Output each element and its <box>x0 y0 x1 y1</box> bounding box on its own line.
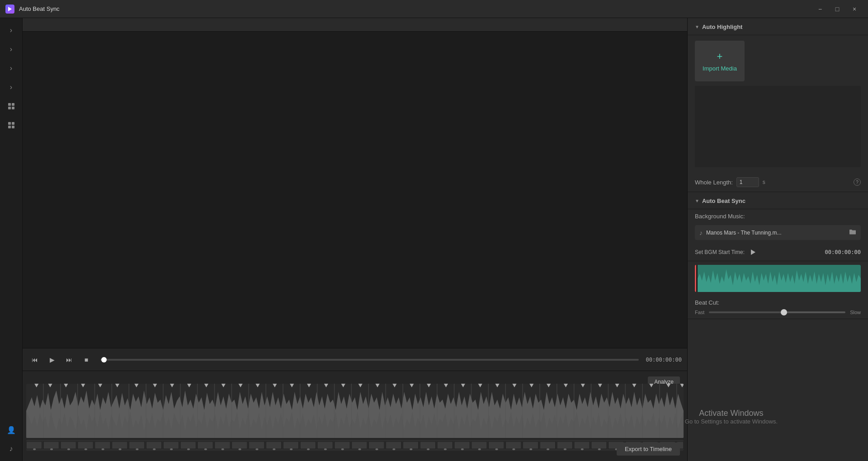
play-button[interactable]: ▶ <box>45 353 59 367</box>
svg-rect-108 <box>403 442 419 449</box>
background-music-label: Background Music: <box>695 213 745 220</box>
svg-point-136 <box>222 448 224 450</box>
sidebar-person-btn[interactable]: 👤 <box>3 421 20 438</box>
title-bar: Auto Beat Sync − □ × <box>0 0 868 18</box>
close-button[interactable]: × <box>846 3 863 15</box>
svg-point-156 <box>564 448 566 450</box>
folder-browse-button[interactable] <box>849 229 856 236</box>
svg-rect-3 <box>8 107 11 109</box>
sidebar-grid-btn-2[interactable] <box>3 117 20 134</box>
import-media-label: Import Media <box>703 65 737 72</box>
bgm-play-button[interactable] <box>748 247 758 257</box>
svg-marker-35 <box>478 384 482 387</box>
whole-length-unit: s <box>763 179 765 185</box>
svg-rect-101 <box>283 442 299 449</box>
rewind-icon: ⏮ <box>32 356 38 363</box>
maximize-button[interactable]: □ <box>829 3 845 15</box>
music-note-icon: ♪ <box>9 445 13 453</box>
sidebar-btn-3[interactable]: › <box>3 60 20 77</box>
beat-cut-slider[interactable] <box>709 311 845 313</box>
svg-rect-87 <box>43 442 59 449</box>
stop-icon: ■ <box>85 356 88 363</box>
svg-marker-29 <box>375 384 379 387</box>
svg-rect-117 <box>557 442 573 449</box>
svg-rect-103 <box>317 442 333 449</box>
grid-icon-1 <box>8 103 15 110</box>
svg-point-135 <box>204 448 207 450</box>
mini-waveform <box>695 265 861 292</box>
svg-rect-116 <box>540 442 556 449</box>
svg-rect-91 <box>112 442 127 449</box>
svg-point-139 <box>273 448 275 450</box>
svg-marker-17 <box>170 384 174 387</box>
svg-rect-88 <box>61 442 76 449</box>
svg-marker-21 <box>239 384 243 387</box>
rewind-button[interactable]: ⏮ <box>28 353 42 367</box>
transport-bar: ⏮ ▶ ⏭ ■ 00:00:00:00 <box>23 348 687 371</box>
content-area: ⏮ ▶ ⏭ ■ 00:00:00:00 Analyze <box>23 18 687 461</box>
svg-point-155 <box>547 448 549 450</box>
chevron-right-icon-2: › <box>10 45 12 53</box>
svg-point-134 <box>187 448 190 450</box>
info-icon[interactable]: ? <box>854 179 861 186</box>
stop-button[interactable]: ■ <box>80 353 93 367</box>
collapse-icon-abs[interactable]: ▼ <box>695 198 699 203</box>
svg-marker-33 <box>444 384 448 387</box>
folder-icon <box>849 229 856 235</box>
collapse-icon-highlight[interactable]: ▼ <box>695 24 699 29</box>
svg-marker-43 <box>615 384 619 387</box>
sidebar-btn-1[interactable]: › <box>3 22 20 39</box>
svg-marker-25 <box>307 384 311 387</box>
music-note-icon-track: ♪ <box>699 229 703 236</box>
svg-point-142 <box>324 448 327 450</box>
beat-cut-row: Beat Cut: Fast Slow <box>688 296 868 319</box>
svg-marker-9 <box>34 384 38 387</box>
svg-point-143 <box>341 448 344 450</box>
svg-rect-6 <box>12 122 14 125</box>
svg-rect-102 <box>300 442 316 449</box>
grid-icon-2 <box>8 122 15 129</box>
sidebar-btn-2[interactable]: › <box>3 41 20 58</box>
export-timeline-button[interactable]: Export to Timeline <box>617 442 680 456</box>
fast-forward-button[interactable]: ⏭ <box>62 353 76 367</box>
progress-bar[interactable] <box>100 359 639 361</box>
svg-point-151 <box>478 448 481 450</box>
auto-highlight-header: ▼ Auto Highlight <box>688 18 868 35</box>
whole-length-input[interactable] <box>736 177 759 187</box>
svg-rect-1 <box>8 103 11 106</box>
auto-highlight-title: Auto Highlight <box>702 24 743 30</box>
sidebar-grid-btn-1[interactable] <box>3 98 20 115</box>
chevron-right-icon-1: › <box>10 26 12 34</box>
import-media-button[interactable]: + Import Media <box>695 41 745 81</box>
svg-marker-10 <box>48 384 52 387</box>
svg-rect-106 <box>368 442 384 449</box>
play-icon-bgm <box>751 249 755 255</box>
bg-music-track[interactable]: ♪ Manos Mars - The Tunning.m... <box>695 225 861 240</box>
svg-rect-96 <box>198 442 213 449</box>
auto-beat-sync-header: ▼ Auto Beat Sync <box>688 192 868 209</box>
chevron-right-icon-3: › <box>10 64 12 72</box>
import-media-area: + Import Media <box>688 35 868 173</box>
waveform-area: Analyze <box>23 371 687 461</box>
svg-rect-95 <box>180 442 196 449</box>
svg-rect-90 <box>94 442 110 449</box>
whole-length-row: Whole Length: s ? <box>688 173 868 192</box>
svg-marker-36 <box>495 384 499 387</box>
svg-marker-18 <box>187 384 191 387</box>
svg-marker-16 <box>153 384 157 387</box>
svg-rect-100 <box>266 442 282 449</box>
waveform-canvas: // Generate waveform path inline would b… <box>26 384 684 438</box>
svg-rect-99 <box>249 442 264 449</box>
auto-beat-sync-title: Auto Beat Sync <box>702 198 745 204</box>
svg-marker-22 <box>255 384 259 387</box>
sidebar-music-btn[interactable]: ♪ <box>3 440 20 457</box>
svg-marker-31 <box>410 384 414 387</box>
svg-marker-44 <box>632 384 636 387</box>
svg-rect-114 <box>505 442 521 449</box>
svg-rect-5 <box>8 122 11 125</box>
svg-point-126 <box>50 448 53 450</box>
minimize-button[interactable]: − <box>812 3 828 15</box>
sidebar-btn-4[interactable]: › <box>3 79 20 96</box>
preview-canvas <box>23 32 687 348</box>
svg-marker-37 <box>512 384 516 387</box>
